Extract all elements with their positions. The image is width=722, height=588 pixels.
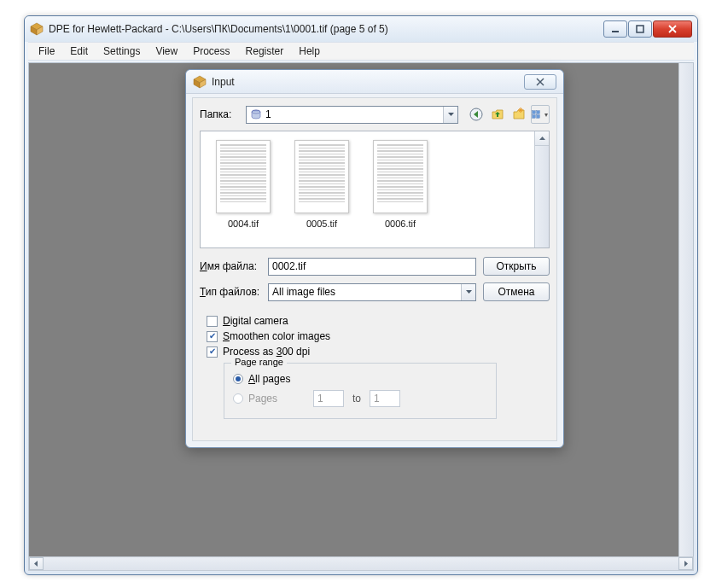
folder-label: Папка: bbox=[200, 108, 241, 120]
filetype-label: Тип файлов: bbox=[200, 286, 261, 298]
svg-rect-26 bbox=[533, 115, 536, 119]
folder-toolbar bbox=[467, 105, 550, 124]
page-from-input[interactable] bbox=[313, 390, 344, 407]
page-range-legend: Page range bbox=[231, 357, 287, 367]
dialog-body: Папка: 1 bbox=[192, 97, 557, 441]
close-button[interactable] bbox=[653, 20, 692, 38]
radio-icon[interactable] bbox=[233, 393, 243, 404]
filetype-combo[interactable]: All image files bbox=[268, 283, 476, 301]
thumbnail-label: 0005.tif bbox=[306, 218, 337, 229]
svg-marker-28 bbox=[539, 137, 545, 140]
menu-view[interactable]: View bbox=[148, 44, 184, 59]
menu-settings[interactable]: Settings bbox=[96, 44, 147, 59]
smoothen-label: Smoothen color images bbox=[223, 330, 330, 342]
file-thumbnail[interactable]: 0004.tif bbox=[216, 140, 271, 239]
dialog-titlebar[interactable]: Input bbox=[186, 70, 563, 94]
svg-rect-4 bbox=[637, 26, 643, 32]
pages-label: Pages bbox=[248, 393, 277, 405]
svg-marker-16 bbox=[448, 113, 454, 116]
filetype-dropdown-arrow[interactable] bbox=[461, 284, 475, 300]
thumbnail-scrollbar[interactable] bbox=[534, 131, 549, 247]
titlebar[interactable]: DPE for Hewlett-Packard - C:\Users\ПК\Do… bbox=[25, 16, 697, 42]
cancel-button[interactable]: Отмена bbox=[483, 282, 550, 301]
svg-rect-25 bbox=[537, 111, 540, 114]
digital-camera-checkbox-row[interactable]: Digital camera bbox=[207, 313, 543, 329]
svg-rect-3 bbox=[612, 31, 619, 32]
window-controls bbox=[603, 20, 692, 38]
folder-combo[interactable]: 1 bbox=[246, 106, 458, 124]
dialog-title: Input bbox=[212, 76, 524, 88]
thumbnail-label: 0006.tif bbox=[385, 218, 416, 229]
all-pages-radio-row[interactable]: All pages bbox=[233, 370, 487, 387]
menu-help[interactable]: Help bbox=[292, 44, 327, 59]
document-preview-icon bbox=[294, 140, 349, 213]
filename-row: Имя файла: Открыть bbox=[193, 253, 556, 279]
document-preview-icon bbox=[216, 140, 271, 213]
input-dialog: Input Папка: 1 bbox=[185, 69, 564, 448]
page-range-inputs: to bbox=[313, 390, 400, 407]
horizontal-scrollbar[interactable] bbox=[28, 556, 694, 571]
folder-dropdown-arrow[interactable] bbox=[443, 107, 457, 123]
open-button[interactable]: Открыть bbox=[483, 257, 550, 276]
smoothen-checkbox-row[interactable]: Smoothen color images bbox=[207, 329, 543, 344]
document-preview-icon bbox=[373, 140, 428, 213]
folder-row: Папка: 1 bbox=[193, 98, 556, 129]
filetype-value: All image files bbox=[272, 286, 335, 298]
drive-icon bbox=[250, 108, 262, 120]
thumbnail-label: 0004.tif bbox=[228, 218, 259, 229]
dialog-close-button[interactable] bbox=[524, 74, 556, 90]
scroll-track[interactable] bbox=[44, 557, 678, 570]
menubar: File Edit Settings View Process Register… bbox=[28, 42, 694, 61]
radio-icon[interactable] bbox=[233, 374, 243, 384]
svg-rect-24 bbox=[533, 111, 536, 114]
svg-rect-27 bbox=[537, 115, 540, 119]
view-mode-icon[interactable] bbox=[531, 105, 550, 124]
window-title: DPE for Hewlett-Packard - C:\Users\ПК\Do… bbox=[49, 23, 603, 35]
folder-value: 1 bbox=[265, 108, 271, 120]
menu-file[interactable]: File bbox=[32, 44, 61, 59]
scroll-left-button[interactable] bbox=[29, 557, 44, 570]
to-label: to bbox=[352, 393, 361, 405]
checkbox-icon[interactable] bbox=[207, 331, 218, 342]
scroll-up-button[interactable] bbox=[535, 131, 549, 146]
options-section: Digital camera Smoothen color images Pro… bbox=[193, 305, 556, 422]
dialog-icon bbox=[193, 75, 207, 89]
main-window: DPE for Hewlett-Packard - C:\Users\ПК\Do… bbox=[24, 15, 698, 575]
thumbnail-pane[interactable]: 0004.tif 0005.tif 0006.tif bbox=[200, 131, 550, 248]
checkbox-icon[interactable] bbox=[207, 316, 218, 327]
new-folder-icon[interactable] bbox=[509, 105, 528, 124]
scroll-right-button[interactable] bbox=[678, 557, 693, 570]
pages-radio-row[interactable]: Pages to bbox=[233, 387, 487, 410]
minimize-button[interactable] bbox=[603, 20, 627, 38]
digital-camera-label: Digital camera bbox=[223, 315, 288, 327]
app-icon bbox=[30, 22, 44, 36]
all-pages-label: All pages bbox=[248, 373, 290, 385]
dpi-label: Process as 300 dpi bbox=[223, 346, 310, 358]
menu-register[interactable]: Register bbox=[239, 44, 291, 59]
menu-process[interactable]: Process bbox=[186, 44, 236, 59]
filetype-row: Тип файлов: All image files Отмена bbox=[193, 279, 556, 305]
maximize-button[interactable] bbox=[628, 20, 652, 38]
filename-label: Имя файла: bbox=[200, 260, 261, 272]
filename-input[interactable] bbox=[268, 258, 476, 276]
vertical-scrollbar[interactable] bbox=[678, 63, 693, 556]
file-thumbnail[interactable]: 0006.tif bbox=[373, 140, 428, 239]
svg-marker-7 bbox=[34, 561, 38, 567]
menu-edit[interactable]: Edit bbox=[63, 44, 95, 59]
up-folder-icon[interactable] bbox=[488, 105, 507, 124]
back-icon[interactable] bbox=[467, 105, 486, 124]
file-thumbnail[interactable]: 0005.tif bbox=[294, 140, 349, 239]
svg-marker-8 bbox=[684, 561, 688, 567]
page-range-fieldset: Page range All pages Pages to bbox=[224, 363, 497, 419]
page-to-input[interactable] bbox=[370, 390, 400, 407]
checkbox-icon[interactable] bbox=[207, 346, 218, 358]
svg-marker-29 bbox=[466, 290, 472, 294]
